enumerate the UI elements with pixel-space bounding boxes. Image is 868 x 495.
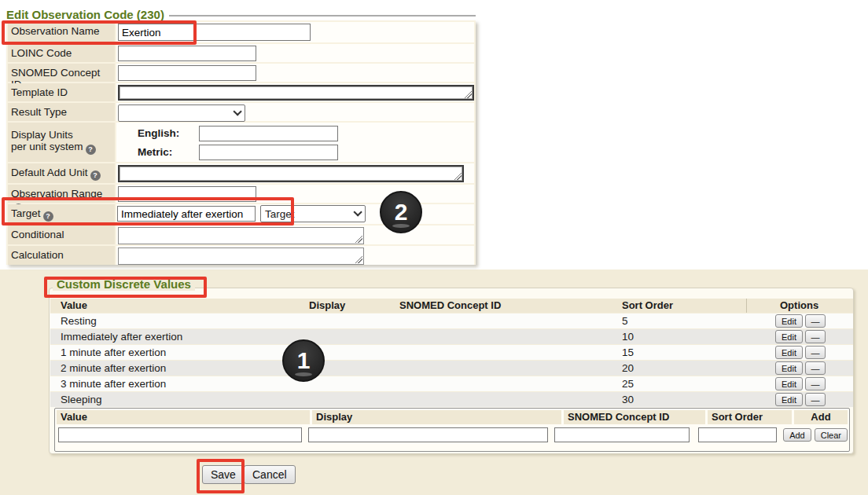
edit-button[interactable]: Edit bbox=[775, 393, 803, 406]
add-table-header: Value Display SNOMED Concept ID Sort Ord… bbox=[57, 410, 848, 424]
row-sort-order: 5 bbox=[622, 315, 628, 327]
add-sort-input[interactable] bbox=[698, 427, 777, 442]
add-value-table: Value Display SNOMED Concept ID Sort Ord… bbox=[54, 408, 850, 452]
observation-range-input[interactable] bbox=[118, 186, 256, 202]
observation-range-label: Observation Range? bbox=[8, 185, 115, 203]
step-number: 2 bbox=[395, 200, 408, 224]
conditional-textarea[interactable] bbox=[118, 227, 364, 244]
label-text: Display Units bbox=[11, 129, 73, 141]
add-display-input[interactable] bbox=[308, 427, 548, 442]
remove-button[interactable]: — bbox=[805, 330, 826, 343]
conditional-label: Conditional bbox=[8, 226, 115, 244]
clear-button[interactable]: Clear bbox=[815, 428, 848, 442]
form-row-default-add-unit: Default Add Unit? bbox=[8, 163, 474, 183]
edit-button[interactable]: Edit bbox=[775, 330, 803, 343]
label-text: Result Type bbox=[11, 106, 67, 118]
add-value-input[interactable] bbox=[58, 427, 302, 442]
observation-name-input[interactable] bbox=[118, 24, 311, 41]
row-value: Resting bbox=[61, 315, 97, 327]
legend-line bbox=[169, 15, 476, 16]
add-col-value: Value bbox=[57, 410, 310, 424]
loinc-code-input[interactable] bbox=[118, 46, 256, 61]
label-text: Observation Range bbox=[11, 188, 102, 200]
label-text: Calculation bbox=[11, 249, 64, 261]
form-row-template-id: Template ID bbox=[8, 83, 474, 101]
custom-discrete-values-section: Custom Discrete Values Value Display SNO… bbox=[49, 288, 854, 454]
english-label: English: bbox=[138, 127, 179, 139]
help-icon[interactable]: ? bbox=[43, 211, 53, 222]
col-options: Options bbox=[780, 299, 818, 311]
col-snomed: SNOMED Concept ID bbox=[399, 299, 501, 311]
help-icon[interactable]: ? bbox=[86, 145, 96, 155]
snomed-concept-id-input[interactable] bbox=[118, 65, 256, 81]
target-value-input[interactable] bbox=[117, 206, 256, 222]
template-id-input[interactable] bbox=[118, 85, 474, 101]
remove-button[interactable]: — bbox=[805, 314, 826, 328]
remove-button[interactable]: — bbox=[805, 346, 826, 359]
annotation-step-1: 1 bbox=[282, 339, 325, 382]
target-label: Target? bbox=[8, 204, 115, 224]
remove-button[interactable]: — bbox=[805, 377, 826, 390]
default-add-unit-input[interactable] bbox=[118, 165, 464, 182]
resize-handle-icon[interactable] bbox=[454, 173, 462, 180]
form-row-result-type: Result Type bbox=[8, 103, 474, 121]
calculation-textarea[interactable] bbox=[118, 248, 364, 265]
add-button[interactable]: Add bbox=[783, 428, 811, 442]
resize-handle-icon[interactable] bbox=[465, 91, 472, 98]
form-row-observation-name: Observation Name bbox=[8, 22, 474, 42]
help-icon[interactable]: ? bbox=[90, 170, 101, 181]
row-sort-order: 25 bbox=[622, 378, 634, 390]
chevron-down-icon bbox=[353, 207, 362, 216]
save-button[interactable]: Save bbox=[202, 465, 245, 484]
add-col-snomed: SNOMED Concept ID bbox=[564, 410, 705, 424]
label-text: Target bbox=[11, 207, 41, 219]
display-units-label: Display Units per unit system? bbox=[8, 123, 115, 162]
table-row: 2 minute after exertion 20 Edit— bbox=[50, 360, 853, 376]
col-display: Display bbox=[309, 299, 345, 311]
display-units-metric-input[interactable] bbox=[199, 145, 338, 160]
form-row-loinc-code: LOINC Code bbox=[8, 44, 474, 62]
chevron-down-icon bbox=[233, 107, 241, 116]
form-row-calculation: Calculation bbox=[8, 246, 474, 265]
label-text: Default Add Unit bbox=[11, 167, 88, 178]
form-row-snomed-concept-id: SNOMED Concept ID bbox=[8, 64, 474, 82]
result-type-label: Result Type bbox=[8, 103, 115, 121]
label-text: per unit system bbox=[11, 141, 83, 152]
table-row: Sleeping 30 Edit— bbox=[50, 391, 853, 407]
target-select[interactable]: Target bbox=[260, 205, 366, 222]
form-title: Edit Observation Code (230) bbox=[6, 8, 169, 21]
metric-label: Metric: bbox=[138, 146, 172, 158]
add-snomed-input[interactable] bbox=[554, 427, 690, 442]
row-sort-order: 15 bbox=[622, 346, 634, 358]
resize-handle-icon[interactable] bbox=[355, 236, 362, 243]
row-sort-order: 10 bbox=[622, 331, 634, 343]
section-title: Custom Discrete Values bbox=[53, 277, 195, 291]
table-row: 3 minute after exertion 25 Edit— bbox=[50, 376, 853, 391]
col-sort: Sort Order bbox=[622, 299, 673, 311]
cancel-button[interactable]: Cancel bbox=[244, 465, 296, 484]
header-divider bbox=[746, 299, 747, 313]
add-col-display: Display bbox=[312, 410, 561, 424]
step-number: 1 bbox=[297, 349, 311, 372]
form-row-display-units: Display Units per unit system? English: … bbox=[8, 123, 474, 162]
remove-button[interactable]: — bbox=[805, 393, 826, 406]
row-value: Sleeping bbox=[61, 394, 102, 405]
edit-button[interactable]: Edit bbox=[775, 377, 803, 390]
annotation-step-2: 2 bbox=[380, 191, 422, 233]
add-col-add: Add bbox=[794, 410, 848, 424]
edit-button[interactable]: Edit bbox=[775, 361, 803, 375]
discrete-table-header: Value Display SNOMED Concept ID Sort Ord… bbox=[50, 299, 853, 313]
resize-handle-icon[interactable] bbox=[355, 256, 362, 263]
label-text: Conditional bbox=[11, 229, 64, 240]
observation-name-label: Observation Name bbox=[8, 22, 115, 42]
row-sort-order: 30 bbox=[622, 394, 634, 405]
row-sort-order: 20 bbox=[622, 362, 634, 374]
add-table-inputs: Add Clear bbox=[57, 427, 848, 442]
edit-button[interactable]: Edit bbox=[775, 314, 803, 328]
result-type-select[interactable] bbox=[118, 104, 245, 122]
add-col-sort: Sort Order bbox=[708, 410, 792, 424]
edit-button[interactable]: Edit bbox=[775, 346, 803, 359]
display-units-english-input[interactable] bbox=[199, 126, 338, 141]
row-value: Immediately after exertion bbox=[61, 331, 182, 343]
remove-button[interactable]: — bbox=[805, 361, 826, 375]
